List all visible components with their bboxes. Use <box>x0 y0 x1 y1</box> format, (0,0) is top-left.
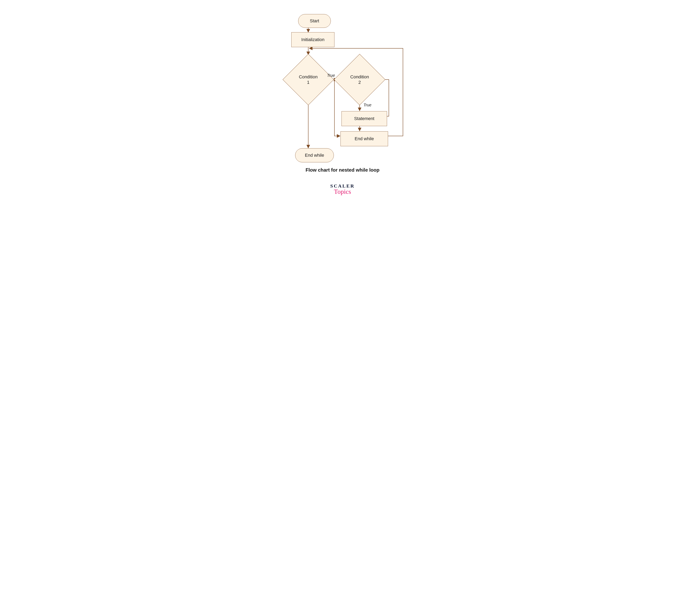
decision-condition-1: Condition 1 <box>290 62 326 98</box>
brand-logo: SCALER Topics <box>226 183 459 195</box>
process-end-while-inner: End while <box>340 131 388 146</box>
process-initialization: Initialization <box>291 32 334 47</box>
statement-label: Statement <box>354 116 374 121</box>
process-statement: Statement <box>341 111 387 126</box>
connectors <box>226 0 459 210</box>
flowchart-canvas: Start Initialization Condition 1 Conditi… <box>226 0 459 210</box>
edge-true-cond1: True <box>327 73 335 78</box>
end-outer-label: End while <box>305 153 324 158</box>
diagram-caption: Flow chart for nested while loop <box>226 167 459 173</box>
terminator-start: Start <box>298 14 331 28</box>
cond1-label: Condition 1 <box>299 74 318 85</box>
start-label: Start <box>310 18 319 24</box>
terminator-end-while-outer: End while <box>295 148 334 162</box>
cond2-label: Condition 2 <box>350 74 369 85</box>
edge-true-cond2: True <box>363 103 372 107</box>
brand-line2: Topics <box>226 188 459 195</box>
init-label: Initialization <box>302 37 325 42</box>
decision-condition-2: Condition 2 <box>341 62 378 98</box>
end-inner-label: End while <box>355 136 374 141</box>
